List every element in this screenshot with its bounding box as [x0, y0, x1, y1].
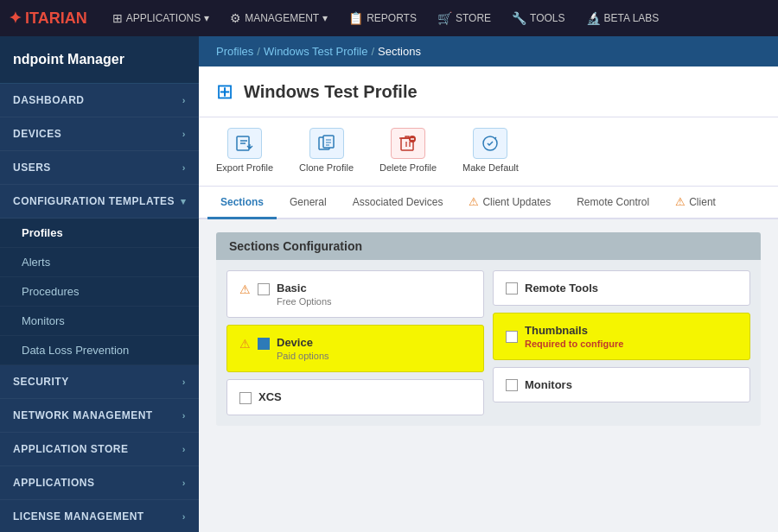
- thumbnails-checkbox[interactable]: [506, 331, 518, 343]
- sections-grid: ⚠ Basic Free Options ⚠ Device Pai: [216, 260, 761, 426]
- export-icon: [227, 128, 262, 159]
- section-card-monitors[interactable]: Monitors: [493, 367, 750, 402]
- clone-icon: [309, 128, 344, 159]
- device-card-info: Device Paid options: [277, 336, 329, 361]
- chevron-down-icon: ▾: [181, 196, 187, 207]
- sidebar-item-license-management[interactable]: LICENSE MANAGEMENT ›: [0, 500, 199, 532]
- action-bar: Export Profile Clone Profile: [199, 117, 778, 187]
- tools-icon: 🔧: [512, 11, 526, 25]
- chevron-right-icon: ›: [182, 162, 186, 173]
- nav-beta-labs[interactable]: 🔬 BETA LABS: [577, 0, 668, 36]
- export-profile-button[interactable]: Export Profile: [216, 128, 273, 173]
- warning-icon: ⚠: [239, 337, 251, 351]
- tab-client[interactable]: ⚠ Client: [662, 187, 729, 219]
- chevron-right-icon: ›: [182, 377, 186, 387]
- monitors-info: Monitors: [525, 378, 572, 391]
- xcs-card-info: XCS: [258, 390, 282, 403]
- sections-area: Sections Configuration ⚠ Basic Free Opti…: [199, 219, 778, 532]
- windows-icon: ⊞: [216, 79, 233, 104]
- chevron-right-icon: ›: [182, 511, 186, 522]
- thumbnails-info: Thumbnails Required to configure: [525, 324, 623, 349]
- breadcrumb: Profiles / Windows Test Profile / Sectio…: [199, 36, 778, 66]
- sidebar-item-configuration-templates[interactable]: CONFIGURATION TEMPLATES ▾: [0, 185, 199, 218]
- tab-general[interactable]: General: [277, 187, 340, 219]
- make-default-icon: [473, 128, 507, 159]
- sidebar-item-users[interactable]: USERS ›: [0, 151, 199, 185]
- sections-left-column: ⚠ Basic Free Options ⚠ Device Pai: [226, 270, 484, 415]
- logo-star: ✦: [9, 9, 22, 28]
- device-checkbox[interactable]: [258, 338, 270, 350]
- chevron-right-icon: ›: [182, 129, 186, 139]
- section-card-xcs[interactable]: XCS: [226, 379, 484, 415]
- sidebar-item-application-store[interactable]: APPLICATION STORE ›: [0, 433, 199, 466]
- chevron-right-icon: ›: [182, 410, 186, 421]
- tab-client-updates[interactable]: ⚠ Client Updates: [456, 187, 564, 219]
- nav-management[interactable]: ⚙ MANAGEMENT ▾: [221, 0, 336, 36]
- section-card-remote-tools[interactable]: Remote Tools: [493, 270, 750, 306]
- configuration-templates-submenu: Profiles Alerts Procedures Monitors Data…: [0, 218, 199, 365]
- section-card-thumbnails[interactable]: Thumbnails Required to configure: [493, 313, 750, 360]
- main-layout: ndpoint Manager DASHBOARD › DEVICES › US…: [0, 36, 778, 532]
- clone-profile-button[interactable]: Clone Profile: [299, 128, 354, 173]
- basic-card-info: Basic Free Options: [277, 282, 332, 307]
- chevron-right-icon: ›: [182, 95, 186, 105]
- sidebar-item-procedures[interactable]: Procedures: [0, 277, 199, 307]
- top-navigation: ✦ ITARIAN ⊞ APPLICATIONS ▾ ⚙ MANAGEMENT …: [0, 0, 778, 36]
- applications-icon: ⊞: [112, 11, 123, 25]
- nav-applications[interactable]: ⊞ APPLICATIONS ▾: [104, 0, 218, 36]
- dropdown-arrow: ▾: [204, 12, 209, 24]
- logo-text: ITARIAN: [25, 10, 87, 28]
- chevron-right-icon: ›: [182, 478, 186, 488]
- breadcrumb-separator: /: [257, 45, 260, 58]
- breadcrumb-current: Sections: [378, 45, 421, 58]
- xcs-checkbox[interactable]: [239, 392, 252, 404]
- beta-labs-icon: 🔬: [586, 11, 601, 25]
- main-content: Profiles / Windows Test Profile / Sectio…: [199, 36, 778, 532]
- remote-tools-checkbox[interactable]: [506, 282, 518, 294]
- sidebar-item-alerts[interactable]: Alerts: [0, 248, 199, 277]
- breadcrumb-profile-name[interactable]: Windows Test Profile: [264, 45, 367, 58]
- make-default-button[interactable]: Make Default: [462, 128, 519, 173]
- sidebar-header: ndpoint Manager: [0, 36, 199, 84]
- sidebar-item-devices[interactable]: DEVICES ›: [0, 117, 199, 151]
- breadcrumb-profiles[interactable]: Profiles: [216, 45, 253, 58]
- breadcrumb-separator: /: [371, 45, 374, 58]
- profile-title: Windows Test Profile: [244, 82, 418, 102]
- sidebar-item-monitors[interactable]: Monitors: [0, 307, 199, 336]
- remote-tools-info: Remote Tools: [525, 282, 598, 294]
- warning-icon: ⚠: [675, 195, 686, 208]
- management-icon: ⚙: [230, 11, 241, 25]
- sidebar-item-security[interactable]: SECURITY ›: [0, 365, 199, 399]
- warning-icon: ⚠: [239, 282, 251, 296]
- delete-profile-button[interactable]: Delete Profile: [379, 128, 437, 173]
- store-icon: 🛒: [437, 11, 452, 25]
- monitors-checkbox[interactable]: [506, 379, 518, 391]
- sections-right-column: Remote Tools Thumbnails Required to conf…: [493, 270, 750, 415]
- svg-rect-2: [323, 136, 334, 148]
- basic-checkbox[interactable]: [258, 283, 270, 295]
- sidebar-item-data-loss-prevention[interactable]: Data Loss Prevention: [0, 336, 199, 365]
- sidebar-item-dashboard[interactable]: DASHBOARD ›: [0, 84, 199, 117]
- nav-store[interactable]: 🛒 STORE: [429, 0, 500, 36]
- chevron-right-icon: ›: [182, 444, 186, 454]
- dropdown-arrow: ▾: [322, 12, 328, 24]
- sidebar-item-network-management[interactable]: NETWORK MANAGEMENT ›: [0, 399, 199, 433]
- tab-sections[interactable]: Sections: [207, 187, 277, 219]
- sidebar: ndpoint Manager DASHBOARD › DEVICES › US…: [0, 36, 199, 532]
- profile-header: ⊞ Windows Test Profile: [199, 66, 778, 117]
- tab-associated-devices[interactable]: Associated Devices: [340, 187, 456, 219]
- section-card-basic[interactable]: ⚠ Basic Free Options: [226, 270, 484, 318]
- delete-icon: [391, 128, 425, 159]
- tabs: Sections General Associated Devices ⚠ Cl…: [199, 187, 778, 219]
- sidebar-item-applications[interactable]: APPLICATIONS ›: [0, 466, 199, 500]
- sidebar-item-profiles[interactable]: Profiles: [0, 218, 199, 248]
- reports-icon: 📋: [348, 11, 363, 25]
- nav-reports[interactable]: 📋 REPORTS: [340, 0, 425, 36]
- tab-remote-control[interactable]: Remote Control: [564, 187, 662, 219]
- section-card-device[interactable]: ⚠ Device Paid options: [226, 325, 484, 372]
- logo[interactable]: ✦ ITARIAN: [9, 9, 87, 28]
- nav-tools[interactable]: 🔧 TOOLS: [503, 0, 573, 36]
- sections-config-title: Sections Configuration: [216, 232, 761, 260]
- warning-icon: ⚠: [469, 195, 479, 208]
